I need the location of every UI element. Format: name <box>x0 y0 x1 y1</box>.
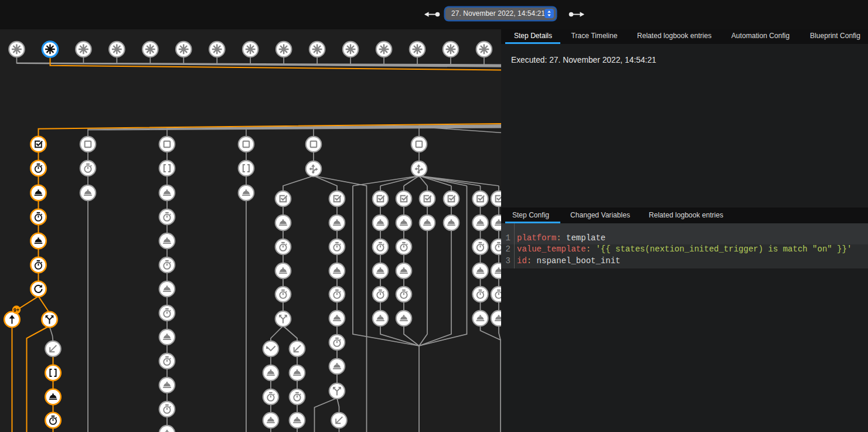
svg-text:9+: 9+ <box>13 307 19 313</box>
